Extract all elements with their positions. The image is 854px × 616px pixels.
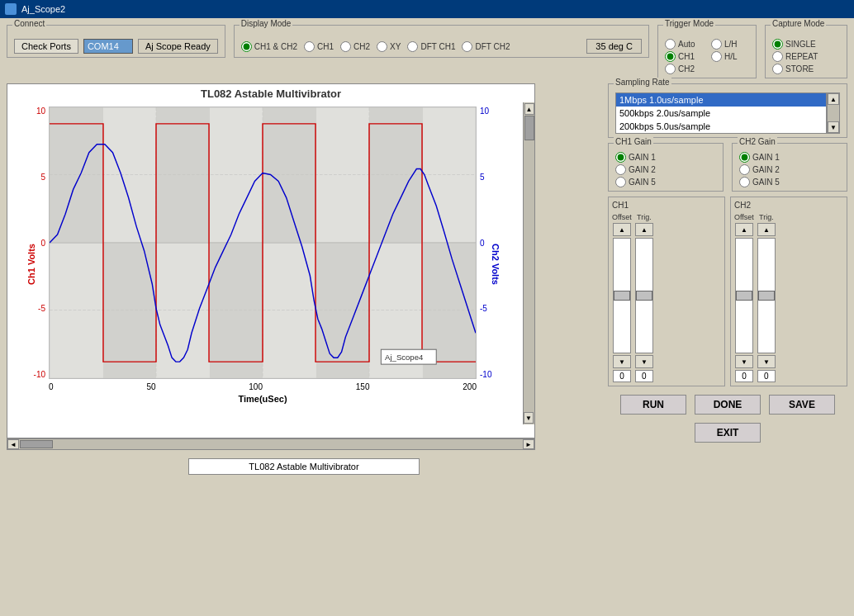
scroll-up-btn[interactable]: ▲ [524,103,534,115]
display-ch1[interactable]: CH1 [304,41,334,52]
radio-hl[interactable] [711,51,722,62]
radio-trig-ch1[interactable] [665,51,676,62]
display-xy[interactable]: XY [377,41,401,52]
scroll-thumb-h[interactable] [20,440,53,448]
scroll-thumb-v[interactable] [524,116,534,140]
label-auto: Auto [678,40,695,49]
connect-panel: Connect Check Ports Aj Scope Ready [7,25,225,58]
ch2-gain2[interactable]: GAIN 2 [739,164,840,175]
display-ch2[interactable]: CH2 [340,41,370,52]
trigger-hl[interactable]: H/L [711,51,749,62]
capture-store[interactable]: STORE [772,64,840,74]
scroll-right-btn[interactable]: ► [523,439,534,449]
ch2-offset-col: Offset ▲ ▼ 0 [734,213,754,382]
radio-store[interactable] [772,64,783,74]
ch1-gain1[interactable]: GAIN 1 [615,152,716,163]
done-button[interactable]: DONE [695,395,761,415]
save-button[interactable]: SAVE [769,395,835,415]
radio-dft-ch2[interactable] [462,41,472,52]
run-button[interactable]: RUN [620,395,686,415]
scroll-down-btn[interactable]: ▼ [524,412,534,424]
y-left-n10: -10 [34,370,45,379]
ch2-trig-up[interactable]: ▲ [757,223,776,236]
label-dft-ch1: DFT CH1 [420,42,455,51]
ch2-offset-up[interactable]: ▲ [735,223,753,236]
ch1-offset-up[interactable]: ▲ [613,223,631,236]
radio-ch1-gain2[interactable] [615,164,626,175]
trigger-auto[interactable]: Auto [665,39,703,50]
ch1-trig-track[interactable] [635,238,653,353]
radio-ch1-gain1[interactable] [615,152,626,163]
y-left-0: 0 [40,239,45,248]
ch1-offset-col: Offset ▲ ▼ 0 [612,213,632,382]
radio-ch2-gain1[interactable] [739,152,750,163]
ch1-trig-thumb[interactable] [636,291,652,301]
sampling-item-1[interactable]: 500kbps 2.0us/sample [616,107,826,120]
radio-dft-ch1[interactable] [407,41,418,52]
ch2-panel: CH2 Offset ▲ ▼ 0 [730,197,847,386]
radio-repeat[interactable] [772,51,783,62]
chart-svg: Aj_Scope4 [50,107,476,378]
label-store: STORE [785,64,814,73]
ch2-trig-value: 0 [757,370,776,382]
svg-text:Aj_Scope4: Aj_Scope4 [385,353,424,362]
radio-xy[interactable] [377,41,387,52]
radio-ch1ch2[interactable] [241,41,252,52]
display-dft-ch2[interactable]: DFT CH2 [462,41,510,52]
radio-ch2-gain5[interactable] [739,177,750,187]
ch1-trig-down[interactable]: ▼ [635,355,653,368]
ch1-panel: CH1 Offset ▲ ▼ 0 [608,197,725,386]
y-left-5: 5 [40,173,45,182]
trigger-lh[interactable]: L/H [711,39,749,50]
sampling-scroll-up[interactable]: ▲ [828,93,839,105]
radio-ch2-gain2[interactable] [739,164,750,175]
radio-single[interactable] [772,39,783,50]
ch2-gain-label: CH2 Gain [738,137,777,146]
scope-area: TL082 Astable Multivibrator Ch1 Volts Ch… [7,83,601,475]
radio-ch2[interactable] [340,41,351,52]
ch2-gain5[interactable]: GAIN 5 [739,177,840,187]
exit-button[interactable]: EXIT [695,423,761,443]
scrollbar-vertical[interactable]: ▲ ▼ [523,102,534,424]
ch1-gain2[interactable]: GAIN 2 [615,164,716,175]
display-dft-ch1[interactable]: DFT CH1 [407,41,455,52]
y-right-5: 5 [480,173,485,182]
display-ch1ch2[interactable]: CH1 & CH2 [241,41,297,52]
x-label-150: 150 [356,382,370,391]
trigger-ch1[interactable]: CH1 [665,51,703,62]
ch2-offset-track[interactable] [735,238,753,353]
ch2-offset-down[interactable]: ▼ [735,355,753,368]
ch2-trig-down[interactable]: ▼ [757,355,776,368]
radio-trig-ch2[interactable] [665,64,676,74]
capture-radio-group: SINGLE REPEAT STORE [772,39,840,74]
sampling-item-0[interactable]: 1Mbps 1.0us/sample [616,93,826,107]
ch2-offset-thumb[interactable] [736,291,752,301]
middle-row: TL082 Astable Multivibrator Ch1 Volts Ch… [7,83,847,475]
check-ports-button[interactable]: Check Ports [14,39,78,54]
capture-repeat[interactable]: REPEAT [772,51,840,62]
ch2-trig-thumb[interactable] [758,291,775,301]
sampling-scrollbar[interactable]: ▲ ▼ [827,92,840,134]
radio-ch1-gain5[interactable] [615,177,626,187]
display-mode-label: Display Mode [240,19,293,28]
radio-ch1[interactable] [304,41,315,52]
scroll-left-btn[interactable]: ◄ [7,439,19,449]
label-dft-ch2: DFT CH2 [475,42,510,51]
port-input[interactable] [83,39,133,54]
label-ch2-gain2: GAIN 2 [752,165,780,174]
radio-lh[interactable] [711,39,722,50]
ch1-trig-up[interactable]: ▲ [635,223,653,236]
ch1-gain5[interactable]: GAIN 5 [615,177,716,187]
ch1-offset-down[interactable]: ▼ [613,355,631,368]
trigger-ch2[interactable]: CH2 [665,64,703,74]
ch1-offset-thumb[interactable] [614,291,630,301]
capture-single[interactable]: SINGLE [772,39,840,50]
scrollbar-horizontal[interactable]: ◄ ► [7,438,535,450]
sampling-item-2[interactable]: 200kbps 5.0us/sample [616,120,826,133]
radio-auto[interactable] [665,39,676,50]
ch1-offset-track[interactable] [613,238,631,353]
ch2-trig-track[interactable] [757,238,776,353]
ch2-gain1[interactable]: GAIN 1 [739,152,840,163]
exit-row: EXIT [608,423,847,443]
sampling-scroll-down[interactable]: ▼ [828,121,839,133]
